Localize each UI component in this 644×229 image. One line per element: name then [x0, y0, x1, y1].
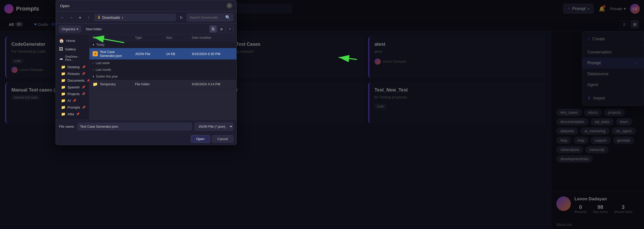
file-grid-view-btn[interactable]: ⊞	[218, 25, 225, 33]
group-lastweek-label: Last week	[96, 61, 110, 65]
organize-label: Organize	[62, 27, 76, 31]
file-name: Temporary	[100, 82, 116, 86]
file-type: File folder	[135, 82, 166, 86]
group-chevron-today: ▾	[93, 43, 94, 47]
sidebar-gallery-label: Gallery	[65, 47, 76, 51]
sidebar-gallery[interactable]: 🖼 Gallery	[56, 45, 89, 53]
pin-icon: 📌	[82, 72, 85, 75]
group-lastweek[interactable]: › Last week	[89, 60, 236, 66]
folder-icon: 📁	[61, 105, 65, 109]
open-button[interactable]: Open	[191, 135, 210, 143]
sidebar-desktop-label: Desktop	[68, 65, 80, 69]
folder-icon: 📁	[61, 92, 65, 96]
file-list-header: Name Type Size Date modified	[89, 34, 236, 41]
file-name-cell: 📁 Temporary	[93, 82, 135, 87]
group-today[interactable]: ▾ Today	[89, 41, 236, 48]
dialog-toolbar: ← → ▾ ↑ ⬇ Downloads › ↻ 🔍	[56, 11, 236, 24]
close-icon: ×	[228, 4, 230, 7]
group-lastmonth[interactable]: › Last month	[89, 66, 236, 73]
dialog-overlay: Open × ← → ▾ ↑ ⬇ Downloads › ↻ 🔍	[0, 0, 644, 229]
col-date: Date modified	[192, 36, 233, 40]
dialog-search-icon: 🔍	[225, 15, 230, 20]
folder-icon: 📁	[61, 65, 65, 69]
forward-btn[interactable]: →	[68, 14, 74, 21]
organize-btn[interactable]: Organize ▾	[59, 26, 81, 33]
file-date: 9/15/2024 6:30 PM	[192, 52, 233, 56]
sidebar-alita[interactable]: 📁 Alita 📌	[56, 111, 89, 117]
view-btns: ☰ ⊞ ?	[209, 25, 233, 33]
dialog-title: Open	[60, 4, 70, 8]
path-chevron: ›	[122, 15, 123, 20]
pin-icon: 📌	[82, 92, 85, 96]
refresh-btn[interactable]: ↻	[178, 14, 185, 21]
group-earlier-label: Earlier this year	[96, 75, 118, 78]
file-row-json[interactable]: J Test Case Generator.json JSON File 14 …	[89, 48, 236, 60]
sidebar-spanish-label: Spanish	[68, 85, 80, 89]
dialog-sidebar: 🏠 Home 🖼 Gallery ☁ OneDrive - Pers... 📁 …	[56, 34, 89, 120]
dialog-search[interactable]: 🔍	[187, 13, 233, 21]
sidebar-folder-list: 📁 Desktop 📌 📁 Pictures 📌 📁 Documents 📌	[56, 63, 89, 118]
group-earlier[interactable]: ▾ Earlier this year	[89, 73, 236, 80]
filetype-select[interactable]: JSON File (*.json)	[194, 123, 233, 131]
folder-icon: 📁	[61, 112, 65, 116]
sidebar-pictures[interactable]: 📁 Pictures 📌	[56, 70, 89, 77]
pin-icon: 📌	[73, 99, 76, 102]
group-chevron-earlier: ▾	[93, 75, 94, 78]
folder-icon: 📁	[61, 98, 65, 103]
folder-icon: 📁	[61, 78, 65, 82]
sidebar-pictures-label: Pictures	[68, 72, 80, 76]
file-row-temporary[interactable]: 📁 Temporary File folder 6/30/2024 4:14 P…	[89, 80, 236, 89]
dialog-bottom: File name: JSON File (*.json)	[56, 120, 236, 133]
sidebar-documents-label: Documents	[68, 79, 85, 82]
sidebar-desktop[interactable]: 📁 Desktop 📌	[56, 64, 89, 70]
col-type: Type	[135, 36, 166, 40]
dialog-action-bar: Organize ▾ New folder ☰ ⊞ ?	[56, 24, 236, 34]
sidebar-onedrive[interactable]: ☁ OneDrive - Pers...	[56, 53, 89, 63]
col-name: Name	[93, 36, 135, 40]
sidebar-alita-label: Alita	[68, 112, 74, 116]
cancel-button[interactable]: Cancel	[212, 135, 233, 143]
pin-icon: 📌	[87, 79, 89, 82]
dialog-close-btn[interactable]: ×	[227, 3, 232, 9]
dropdown-nav-btn[interactable]: ▾	[77, 14, 83, 21]
pin-icon: 📌	[82, 106, 86, 109]
dialog-titlebar: Open ×	[56, 0, 236, 11]
sidebar-prompts-label: Prompts	[68, 105, 80, 109]
sidebar-ai[interactable]: 📁 AI 📌	[56, 97, 89, 104]
group-chevron-lastweek: ›	[93, 61, 94, 65]
filename-input[interactable]	[77, 123, 192, 130]
folder-file-icon: 📁	[93, 82, 98, 87]
sidebar-projects-label: Projects	[68, 92, 80, 96]
sidebar-onedrive-label: OneDrive - Pers...	[65, 55, 86, 61]
download-folder-icon: ⬇	[97, 15, 101, 20]
file-help-btn[interactable]: ?	[226, 25, 233, 33]
sidebar-home-label: Home	[66, 39, 75, 43]
sidebar-prompts[interactable]: 📁 Prompts 📌	[56, 104, 89, 111]
file-name-cell: J Test Case Generator.json	[93, 50, 135, 58]
home-icon: 🏠	[59, 38, 64, 43]
dialog-search-input[interactable]	[190, 16, 224, 19]
file-list-view-btn[interactable]: ☰	[209, 25, 217, 33]
sidebar-projects[interactable]: 📁 Projects 📌	[56, 90, 89, 97]
json-file-icon: J	[93, 51, 98, 56]
file-name: Test Case Generator.json	[100, 50, 135, 58]
sidebar-home[interactable]: 🏠 Home	[56, 36, 89, 45]
up-btn[interactable]: ↑	[85, 14, 92, 21]
dialog-action-btns: Open Cancel	[56, 133, 236, 145]
file-size: 14 KB	[166, 52, 192, 56]
filename-label: File name:	[59, 125, 75, 128]
open-file-dialog: Open × ← → ▾ ↑ ⬇ Downloads › ↻ 🔍	[56, 0, 237, 145]
file-type: JSON File	[135, 52, 166, 56]
sidebar-ai-label: AI	[68, 99, 71, 103]
dialog-files: Name Type Size Date modified ▾ Today J T…	[89, 34, 236, 120]
sidebar-spanish[interactable]: 📁 Spanish 📌	[56, 84, 89, 90]
sidebar-documents[interactable]: 📁 Documents 📌	[56, 77, 89, 84]
col-size: Size	[166, 36, 192, 40]
pin-icon: 📌	[82, 65, 86, 69]
dialog-path-text: Downloads	[102, 16, 120, 20]
new-folder-btn[interactable]: New folder	[83, 26, 104, 32]
group-chevron-lastmonth: ›	[93, 68, 94, 72]
back-btn[interactable]: ←	[59, 14, 66, 21]
onedrive-icon: ☁	[59, 56, 63, 61]
pin-icon: 📌	[76, 112, 80, 116]
